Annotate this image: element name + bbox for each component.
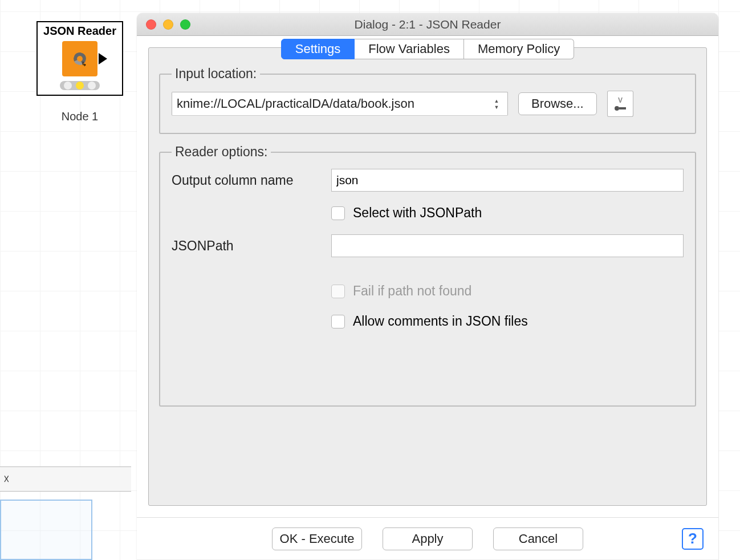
panel-close-icon[interactable]: ☓ [3,472,10,486]
help-button[interactable]: ? [682,528,704,550]
node-icon: ↳ [62,41,97,76]
title-bar[interactable]: Dialog - 2:1 - JSON Reader [137,13,718,36]
select-with-jsonpath-checkbox[interactable] [331,206,345,220]
cancel-button[interactable]: Cancel [493,527,583,550]
output-column-input[interactable] [331,169,684,192]
fail-if-path-not-found-row: Fail if path not found [331,283,684,299]
node-label: Node 1 [36,110,123,123]
select-with-jsonpath-row[interactable]: Select with JSONPath [331,205,684,221]
help-icon: ? [688,530,697,547]
browse-button[interactable]: Browse... [518,92,597,115]
dialog-window: Dialog - 2:1 - JSON Reader Settings Flow… [137,13,718,560]
output-column-label: Output column name [172,173,331,188]
location-value: knime://LOCAL/practicalDA/data/book.json [177,96,490,111]
flow-variable-button[interactable]: V [607,91,633,117]
dialog-title: Dialog - 2:1 - JSON Reader [137,18,718,31]
tab-flow-variables[interactable]: Flow Variables [355,39,464,59]
bottom-panel-bar: ☓ [0,466,131,492]
fail-if-path-not-found-checkbox [331,285,345,298]
svg-rect-2 [619,107,626,109]
allow-comments-label: Allow comments in JSON files [353,314,528,329]
input-location-legend: Input location: [172,66,260,82]
node-status-lights-icon [60,81,100,90]
tab-bar: Settings Flow Variables Memory Policy [281,39,574,59]
svg-point-1 [615,106,619,111]
node-output-port-icon[interactable] [99,53,107,64]
combo-stepper-icon[interactable]: ▲▼ [490,98,503,110]
flow-variable-icon: V [613,96,628,112]
select-with-jsonpath-label: Select with JSONPath [353,205,482,221]
svg-text:V: V [618,96,623,104]
jsonpath-input[interactable] [331,234,684,257]
selection-box [0,500,92,560]
tab-memory-policy[interactable]: Memory Policy [464,39,574,59]
button-bar: OK - Execute Apply Cancel ? [137,517,718,559]
fail-if-path-not-found-label: Fail if path not found [353,283,471,299]
allow-comments-checkbox[interactable] [331,315,345,328]
location-combo[interactable]: knime://LOCAL/practicalDA/data/book.json… [172,92,508,116]
jsonpath-label: JSONPath [172,238,331,254]
reader-options-legend: Reader options: [172,144,271,160]
apply-button[interactable]: Apply [383,527,473,550]
reader-options-group: Reader options: Output column name Selec… [159,144,696,407]
tab-settings[interactable]: Settings [281,39,355,59]
node-title: JSON Reader [38,25,122,38]
input-location-group: Input location: knime://LOCAL/practicalD… [159,66,696,134]
dialog-content-panel: Settings Flow Variables Memory Policy In… [148,47,707,506]
node-json-reader[interactable]: JSON Reader ↳ [36,21,123,96]
allow-comments-row[interactable]: Allow comments in JSON files [331,314,684,329]
ok-execute-button[interactable]: OK - Execute [272,527,362,550]
